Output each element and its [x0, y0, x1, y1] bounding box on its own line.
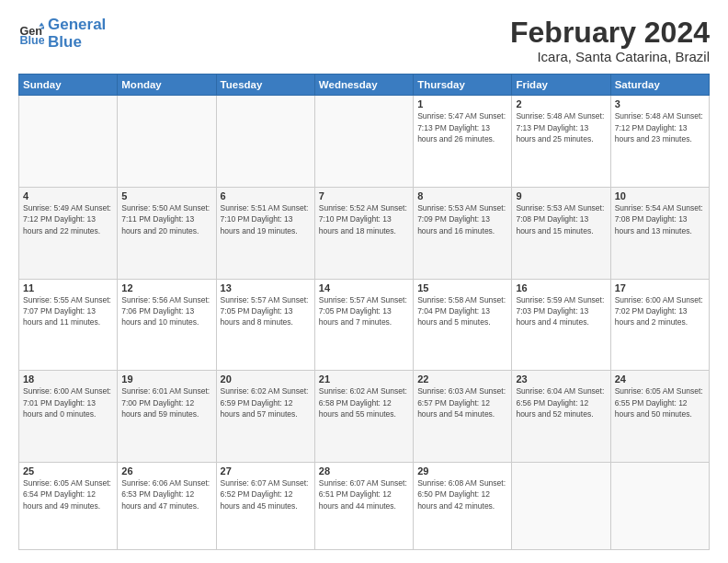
table-row [314, 96, 413, 188]
logo-text: General Blue [48, 17, 106, 51]
table-row: 20Sunrise: 6:02 AM Sunset: 6:59 PM Dayli… [216, 371, 314, 463]
day-number: 7 [319, 190, 409, 201]
day-number: 14 [319, 282, 409, 293]
table-row: 4Sunrise: 5:49 AM Sunset: 7:12 PM Daylig… [19, 187, 118, 279]
table-row: 26Sunrise: 6:06 AM Sunset: 6:53 PM Dayli… [118, 463, 216, 550]
table-row [216, 96, 314, 188]
day-number: 27 [221, 465, 311, 477]
col-tuesday: Tuesday [216, 75, 314, 96]
calendar-table: Sunday Monday Tuesday Wednesday Thursday… [18, 74, 710, 550]
day-number: 24 [615, 373, 705, 385]
table-row: 9Sunrise: 5:53 AM Sunset: 7:08 PM Daylig… [512, 187, 610, 279]
day-info: Sunrise: 5:49 AM Sunset: 7:12 PM Dayligh… [23, 202, 113, 236]
svg-text:Blue: Blue [19, 34, 44, 47]
table-row [610, 463, 709, 550]
day-number: 21 [319, 373, 409, 385]
table-row: 3Sunrise: 5:48 AM Sunset: 7:12 PM Daylig… [610, 96, 709, 188]
logo: Gen Blue General Blue [18, 17, 106, 51]
calendar-week-row: 18Sunrise: 6:00 AM Sunset: 7:01 PM Dayli… [19, 371, 710, 463]
col-sunday: Sunday [19, 75, 118, 96]
table-row: 23Sunrise: 6:04 AM Sunset: 6:56 PM Dayli… [512, 371, 610, 463]
table-row: 29Sunrise: 6:08 AM Sunset: 6:50 PM Dayli… [414, 463, 512, 550]
table-row: 24Sunrise: 6:05 AM Sunset: 6:55 PM Dayli… [610, 371, 709, 463]
day-info: Sunrise: 6:01 AM Sunset: 7:00 PM Dayligh… [121, 385, 211, 419]
table-row: 12Sunrise: 5:56 AM Sunset: 7:06 PM Dayli… [118, 279, 216, 371]
day-number: 10 [615, 190, 705, 201]
day-number: 15 [417, 282, 507, 293]
day-number: 23 [516, 373, 606, 385]
day-info: Sunrise: 5:50 AM Sunset: 7:11 PM Dayligh… [121, 202, 211, 236]
table-row: 19Sunrise: 6:01 AM Sunset: 7:00 PM Dayli… [118, 371, 216, 463]
day-info: Sunrise: 5:59 AM Sunset: 7:03 PM Dayligh… [516, 294, 606, 328]
table-row: 6Sunrise: 5:51 AM Sunset: 7:10 PM Daylig… [216, 187, 314, 279]
day-number: 13 [221, 282, 311, 293]
day-number: 26 [121, 465, 211, 477]
day-info: Sunrise: 5:52 AM Sunset: 7:10 PM Dayligh… [319, 202, 409, 236]
table-row: 13Sunrise: 5:57 AM Sunset: 7:05 PM Dayli… [216, 279, 314, 371]
day-number: 25 [23, 465, 113, 477]
title-block: February 2024 Icara, Santa Catarina, Bra… [510, 17, 710, 64]
day-number: 17 [615, 282, 705, 293]
col-saturday: Saturday [610, 75, 709, 96]
day-info: Sunrise: 6:06 AM Sunset: 6:53 PM Dayligh… [121, 477, 211, 511]
table-row: 18Sunrise: 6:00 AM Sunset: 7:01 PM Dayli… [19, 371, 118, 463]
table-row: 7Sunrise: 5:52 AM Sunset: 7:10 PM Daylig… [314, 187, 413, 279]
day-info: Sunrise: 5:53 AM Sunset: 7:08 PM Dayligh… [516, 202, 606, 236]
calendar-week-row: 4Sunrise: 5:49 AM Sunset: 7:12 PM Daylig… [19, 187, 710, 279]
table-row [118, 96, 216, 188]
day-number: 16 [516, 282, 606, 293]
day-info: Sunrise: 6:02 AM Sunset: 6:58 PM Dayligh… [319, 385, 409, 419]
day-info: Sunrise: 5:55 AM Sunset: 7:07 PM Dayligh… [23, 294, 113, 328]
day-number: 12 [121, 282, 211, 293]
day-info: Sunrise: 6:03 AM Sunset: 6:57 PM Dayligh… [417, 385, 507, 419]
day-info: Sunrise: 6:02 AM Sunset: 6:59 PM Dayligh… [221, 385, 311, 419]
day-number: 11 [23, 282, 113, 293]
calendar-header-row: Sunday Monday Tuesday Wednesday Thursday… [19, 75, 710, 96]
table-row: 2Sunrise: 5:48 AM Sunset: 7:13 PM Daylig… [512, 96, 610, 188]
table-row: 5Sunrise: 5:50 AM Sunset: 7:11 PM Daylig… [118, 187, 216, 279]
day-number: 9 [516, 190, 606, 201]
day-number: 3 [615, 98, 705, 109]
day-info: Sunrise: 6:05 AM Sunset: 6:54 PM Dayligh… [23, 477, 113, 511]
day-info: Sunrise: 6:00 AM Sunset: 7:02 PM Dayligh… [615, 294, 705, 328]
logo-general: General [48, 16, 106, 33]
table-row: 21Sunrise: 6:02 AM Sunset: 6:58 PM Dayli… [314, 371, 413, 463]
logo-blue: Blue [48, 33, 82, 51]
day-info: Sunrise: 6:05 AM Sunset: 6:55 PM Dayligh… [615, 385, 705, 419]
table-row: 14Sunrise: 5:57 AM Sunset: 7:05 PM Dayli… [314, 279, 413, 371]
page: Gen Blue General Blue February 2024 Icar… [0, 0, 728, 563]
day-info: Sunrise: 6:07 AM Sunset: 6:51 PM Dayligh… [319, 477, 409, 511]
day-number: 29 [417, 465, 507, 477]
day-info: Sunrise: 5:51 AM Sunset: 7:10 PM Dayligh… [221, 202, 311, 236]
table-row [512, 463, 610, 550]
table-row: 11Sunrise: 5:55 AM Sunset: 7:07 PM Dayli… [19, 279, 118, 371]
table-row: 16Sunrise: 5:59 AM Sunset: 7:03 PM Dayli… [512, 279, 610, 371]
table-row [19, 96, 118, 188]
day-info: Sunrise: 6:04 AM Sunset: 6:56 PM Dayligh… [516, 385, 606, 419]
day-number: 5 [121, 190, 211, 201]
day-info: Sunrise: 5:58 AM Sunset: 7:04 PM Dayligh… [417, 294, 507, 328]
day-info: Sunrise: 5:57 AM Sunset: 7:05 PM Dayligh… [319, 294, 409, 328]
day-number: 22 [417, 373, 507, 385]
day-number: 19 [121, 373, 211, 385]
day-number: 6 [221, 190, 311, 201]
location: Icara, Santa Catarina, Brazil [510, 49, 710, 64]
day-info: Sunrise: 6:00 AM Sunset: 7:01 PM Dayligh… [23, 385, 113, 419]
table-row: 25Sunrise: 6:05 AM Sunset: 6:54 PM Dayli… [19, 463, 118, 550]
table-row: 22Sunrise: 6:03 AM Sunset: 6:57 PM Dayli… [414, 371, 512, 463]
day-number: 1 [417, 98, 507, 109]
day-number: 8 [417, 190, 507, 201]
logo-icon: Gen Blue [18, 21, 44, 47]
day-info: Sunrise: 6:08 AM Sunset: 6:50 PM Dayligh… [417, 477, 507, 511]
table-row: 17Sunrise: 6:00 AM Sunset: 7:02 PM Dayli… [610, 279, 709, 371]
day-info: Sunrise: 6:07 AM Sunset: 6:52 PM Dayligh… [221, 477, 311, 511]
day-number: 18 [23, 373, 113, 385]
calendar-week-row: 11Sunrise: 5:55 AM Sunset: 7:07 PM Dayli… [19, 279, 710, 371]
col-thursday: Thursday [414, 75, 512, 96]
day-info: Sunrise: 5:53 AM Sunset: 7:09 PM Dayligh… [417, 202, 507, 236]
col-wednesday: Wednesday [314, 75, 413, 96]
table-row: 1Sunrise: 5:47 AM Sunset: 7:13 PM Daylig… [414, 96, 512, 188]
svg-marker-2 [39, 22, 44, 26]
table-row: 27Sunrise: 6:07 AM Sunset: 6:52 PM Dayli… [216, 463, 314, 550]
day-number: 20 [221, 373, 311, 385]
